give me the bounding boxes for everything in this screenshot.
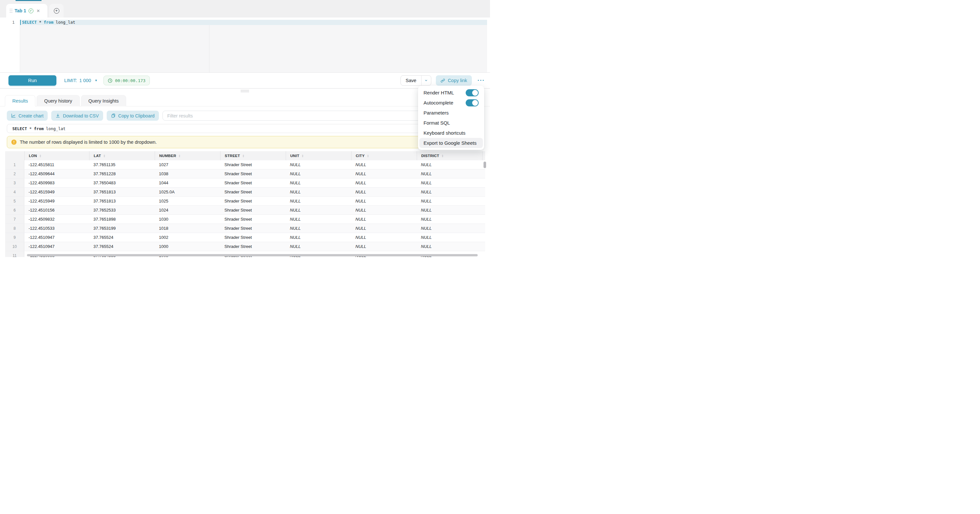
table-cell: Shrader Street (220, 196, 286, 205)
menu-item-parameters[interactable]: Parameters (419, 108, 483, 118)
table-cell: NULL (417, 179, 482, 187)
table-row: 7-122.450983237.76518981030Shrader Stree… (5, 215, 485, 224)
menu-item-render-html[interactable]: Render HTML (419, 88, 483, 98)
save-button[interactable]: Save (401, 76, 421, 85)
row-number: 8 (5, 224, 24, 233)
table-cell: NULL (417, 233, 482, 242)
create-chart-button[interactable]: Create chart (7, 111, 48, 121)
new-tab-button[interactable]: + (49, 4, 64, 18)
editor-line-1[interactable]: 1 SELECT*fromlong_lat (0, 20, 487, 25)
sql-keyword-select: SELECT (22, 20, 37, 25)
table-header-cell-lat[interactable]: LAT▲▼ (89, 151, 155, 160)
sql-keyword-from: from (44, 20, 54, 25)
table-header-cell-unit[interactable]: UNIT▲▼ (286, 151, 351, 160)
table-cell (482, 179, 485, 187)
table-cell (482, 251, 485, 257)
menu-item-autocomplete[interactable]: Autocomplete (419, 98, 483, 108)
sort-icon[interactable]: ▲▼ (178, 154, 181, 157)
table-cell: NULL (417, 224, 482, 233)
copy-clipboard-button[interactable]: Copy to Clipboard (107, 111, 159, 121)
table-cell: Shrader Street (220, 233, 286, 242)
menu-item-label: Format SQL (423, 120, 450, 126)
column-label: NUMBER (159, 154, 176, 158)
sql-table-name: long_lat (46, 126, 65, 131)
table-header-cell-number[interactable]: NUMBER▲▼ (155, 151, 220, 160)
table-cell: NULL (351, 169, 417, 178)
copy-link-button[interactable]: Copy link (436, 75, 472, 86)
table-cell: Shrader Street (220, 206, 286, 214)
sort-icon[interactable]: ▲▼ (302, 154, 304, 157)
run-button[interactable]: Run (8, 75, 56, 86)
clipboard-icon (111, 113, 116, 118)
table-cell: Shrader Street (220, 179, 286, 187)
sql-star: * (29, 126, 32, 131)
clock-icon (108, 78, 113, 83)
table-cell: 1044 (155, 179, 220, 187)
menu-item-export-to-google-sheets[interactable]: Export to Google Sheets (419, 138, 483, 148)
results-table: LON▲▼LAT▲▼NUMBER▲▼STREET▲▼UNIT▲▼CITY▲▼DI… (5, 151, 485, 257)
menu-item-label: Autocomplete (423, 100, 453, 105)
elapsed-time: 00:00:00.173 (115, 78, 146, 83)
row-number: 9 (5, 233, 24, 242)
table-cell: 37.7651813 (89, 188, 155, 196)
table-row: 8-122.451053337.76531991018Shrader Stree… (5, 224, 485, 233)
table-header-cell-re[interactable]: RE (482, 151, 485, 160)
download-csv-button[interactable]: Download to CSV (51, 111, 103, 121)
tab-query-history[interactable]: Query history (37, 95, 80, 107)
table-header-cell-district[interactable]: DISTRICT▲▼ (417, 151, 482, 160)
splitter-drag-handle[interactable] (240, 90, 249, 93)
caret-down-icon: ▼ (95, 79, 98, 82)
sort-icon[interactable]: ▲▼ (39, 154, 41, 157)
table-cell (482, 242, 485, 251)
row-number: 11 (5, 251, 24, 257)
sort-icon[interactable]: ▲▼ (367, 154, 369, 157)
close-tab-icon[interactable]: ✕ (37, 8, 40, 13)
column-label: UNIT (290, 154, 299, 158)
table-cell: 1000 (155, 242, 220, 251)
warning-text: The number of rows displayed is limited … (20, 139, 157, 145)
table-cell (482, 188, 485, 196)
menu-item-format-sql[interactable]: Format SQL (419, 118, 483, 128)
table-cell: NULL (417, 169, 482, 178)
sort-icon[interactable]: ▲▼ (441, 154, 444, 157)
table-row: 10-122.451094737.7655241000Shrader Stree… (5, 242, 485, 251)
table-cell: -122.4515949 (24, 196, 89, 205)
table-header-cell-street[interactable]: STREET▲▼ (220, 151, 286, 160)
warning-icon: ! (11, 139, 16, 145)
row-number: 7 (5, 215, 24, 223)
table-cell: -122.4509832 (24, 215, 89, 223)
tab-results[interactable]: Results (5, 95, 35, 107)
toggle-render-html[interactable] (466, 89, 479, 96)
horizontal-scrollbar[interactable] (27, 254, 478, 256)
vertical-scrollbar[interactable] (484, 161, 486, 168)
toggle-autocomplete[interactable] (466, 99, 479, 107)
row-number: 6 (5, 206, 24, 214)
table-cell (482, 233, 485, 242)
menu-item-keyboard-shortcuts[interactable]: Keyboard shortcuts (419, 128, 483, 138)
table-cell: NULL (417, 206, 482, 214)
table-cell: NULL (417, 215, 482, 223)
table-cell: NULL (351, 242, 417, 251)
table-body: 1-122.451581137.76511351027Shrader Stree… (5, 160, 485, 257)
table-header-cell-lon[interactable]: LON▲▼ (24, 151, 89, 160)
sql-editor[interactable]: 1 SELECT*fromlong_lat (0, 18, 487, 72)
sort-icon[interactable]: ▲▼ (242, 154, 245, 157)
table-header-cell-city[interactable]: CITY▲▼ (351, 151, 417, 160)
editor-empty-area[interactable] (20, 25, 487, 72)
tab-query-insights[interactable]: Query Insights (81, 95, 126, 107)
more-options-button[interactable]: ··· (478, 77, 485, 84)
table-cell: 37.765524 (89, 242, 155, 251)
limit-dropdown[interactable]: LIMIT: 1 000 ▼ (64, 78, 98, 83)
table-cell: -122.4510947 (24, 233, 89, 242)
drag-handle-icon (10, 9, 12, 13)
sort-icon[interactable]: ▲▼ (103, 154, 105, 157)
editor-tab-1[interactable]: Tab 1 ✓ ✕ (6, 4, 47, 18)
result-tabs: ResultsQuery historyQuery Insights (0, 95, 490, 107)
table-header: LON▲▼LAT▲▼NUMBER▲▼STREET▲▼UNIT▲▼CITY▲▼DI… (5, 151, 485, 160)
table-row: 6-122.451015637.76525331024Shrader Stree… (5, 206, 485, 215)
editor-active-line[interactable]: SELECT*fromlong_lat (20, 20, 487, 25)
table-cell: 1002 (155, 233, 220, 242)
save-options-button[interactable] (421, 76, 431, 85)
save-split-button: Save (401, 75, 431, 86)
table-cell: 37.7650483 (89, 179, 155, 187)
